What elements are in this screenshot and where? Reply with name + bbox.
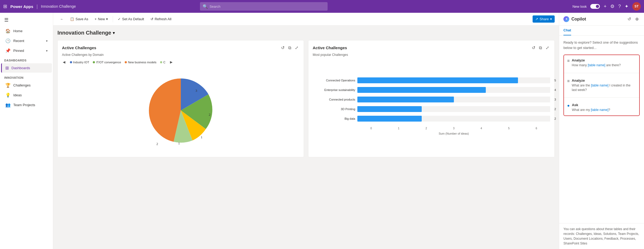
sidebar-item-label: Recent [13, 39, 24, 43]
sidebar: ☰ 🏠 Home 🕒 Recent ▾ 📌 Pinned ▾ Dashboard… [0, 13, 53, 249]
search-icon: 🔍 [203, 4, 208, 9]
save-as-label: Save As [76, 17, 88, 21]
legend-item-1: Industry IOT [70, 61, 89, 64]
svg-text:1: 1 [178, 141, 180, 145]
suggestion-2-link[interactable]: [table name] [591, 84, 608, 87]
legend-next-icon[interactable]: ► [169, 60, 173, 65]
add-icon[interactable]: + [604, 4, 607, 9]
back-button[interactable]: ← [57, 15, 66, 23]
bar-value-label: 4 [554, 88, 556, 92]
suggestion-divider-1 [564, 73, 639, 73]
suggestion-3-content: Ask What are my [table name]? [572, 103, 636, 112]
copilot-settings-button[interactable]: ⊕ [634, 16, 640, 22]
bar-label: 3D Printing [313, 107, 355, 111]
sidebar-item-label: Home [13, 29, 23, 33]
legend-item-3: New business models [125, 61, 156, 64]
legend-prev-icon[interactable]: ◄ [62, 60, 66, 65]
svg-text:1: 1 [201, 135, 203, 139]
copilot-body: Ready to explore? Select one of the sugg… [559, 36, 644, 223]
new-look-toggle[interactable] [590, 4, 600, 9]
pie-card-title: Active Challenges [62, 45, 96, 50]
legend-dot-2 [93, 61, 95, 63]
bar-value-label: 3 [554, 98, 556, 101]
save-as-button[interactable]: 📋 Save As [67, 15, 91, 23]
sidebar-item-recent[interactable]: 🕒 Recent ▾ [1, 36, 52, 45]
legend-dot-3 [125, 61, 127, 63]
copilot-logo: ✦ [563, 16, 569, 22]
new-chevron-icon: ▾ [106, 17, 108, 21]
bar-track: 5 [357, 77, 550, 83]
pie-expand-button[interactable]: ⤢ [294, 45, 299, 51]
sidebar-item-challenges[interactable]: 🏆 Challenges [1, 81, 52, 90]
axis-tick-1: 1 [385, 127, 413, 130]
content-area: ← 📋 Save As + New ▾ ✓ Set As Default ↺ R… [53, 13, 559, 249]
legend-dot-1 [70, 61, 72, 63]
legend-label-2: IT/OT convergence [96, 61, 121, 64]
pie-refresh-button[interactable]: ↺ [280, 45, 286, 51]
suggestion-2[interactable]: ≡ Analyze What are the [table name] I cr… [564, 75, 639, 96]
copilot-icon[interactable]: ✦ [625, 3, 629, 9]
bar-refresh-button[interactable]: ↺ [531, 45, 536, 51]
pie-copy-button[interactable]: ⧉ [287, 45, 292, 51]
svg-text:3: 3 [195, 89, 197, 93]
suggestion-3-link[interactable]: [table name] [591, 108, 608, 112]
svg-text:2: 2 [156, 142, 158, 145]
copilot-footer-text: You can ask questions about these tables… [563, 227, 639, 245]
copilot-header: ✦ Copilot ↺ ⊕ [559, 13, 644, 26]
suggestion-3-text: What are my [table name]? [572, 108, 636, 112]
bar-fill [357, 97, 454, 102]
suggestion-1-title: Analyze [572, 58, 636, 62]
new-button[interactable]: + New ▾ [92, 15, 111, 23]
suggestion-3[interactable]: ● Ask What are my [table name]? [564, 100, 639, 115]
legend-item-4: C [160, 61, 165, 64]
pie-card-subtitle: Active Challenges by Domain [62, 53, 299, 57]
page-header-chevron-icon[interactable]: ▾ [113, 30, 115, 35]
sidebar-item-label: Pinned [13, 49, 24, 53]
sidebar-item-dashboards[interactable]: ⊞ Dashboards [1, 63, 52, 73]
bar-fill [357, 106, 422, 112]
settings-icon[interactable]: ⚙ [610, 3, 614, 9]
copilot-tabs: Chat [559, 26, 644, 36]
legend-label-3: New business models [128, 61, 156, 64]
bar-expand-button[interactable]: ⤢ [545, 45, 550, 51]
suggestion-1[interactable]: ≡ Analyze How many [table name] are ther… [564, 55, 639, 71]
pie-chart-container: 3 2 1 1 2 [62, 68, 299, 153]
sidebar-item-team-projects[interactable]: 👥 Team Projects [1, 100, 52, 110]
bar-card-header: Active Challenges ↺ ⧉ ⤢ [313, 45, 550, 51]
toolbar: ← 📋 Save As + New ▾ ✓ Set As Default ↺ R… [53, 13, 559, 26]
new-label: New [98, 17, 105, 21]
sidebar-item-label: Ideas [13, 93, 22, 97]
sidebar-item-pinned[interactable]: 📌 Pinned ▾ [1, 46, 52, 55]
copilot-refresh-button[interactable]: ↺ [626, 16, 632, 22]
share-chevron-icon: ▾ [550, 17, 552, 21]
bar-row: Big data2 [313, 116, 550, 122]
grid-icon[interactable]: ⊞ [3, 3, 7, 9]
sidebar-item-label: Dashboards [11, 66, 30, 70]
sidebar-item-ideas[interactable]: 💡 Ideas [1, 90, 52, 100]
bar-rows: Connected Operations5Enterprise sustaina… [313, 77, 550, 125]
bar-copy-button[interactable]: ⧉ [538, 45, 543, 51]
suggestion-2-title: Analyze [572, 78, 636, 82]
sidebar-item-label: Team Projects [13, 103, 35, 107]
home-icon: 🏠 [5, 28, 11, 34]
set-default-button[interactable]: ✓ Set As Default [115, 15, 147, 23]
suggestion-3-title: Ask [572, 103, 636, 107]
share-button[interactable]: ↗ Share ▾ [533, 15, 555, 23]
pie-legend: ◄ Industry IOT IT/OT convergence New bus… [62, 60, 299, 65]
refresh-icon: ↺ [150, 17, 153, 21]
copilot-panel: ✦ Copilot ↺ ⊕ Chat Ready to explore? Sel… [559, 13, 644, 249]
search-input[interactable] [210, 5, 325, 9]
recent-icon: 🕒 [5, 38, 11, 43]
refresh-all-button[interactable]: ↺ Refresh All [148, 15, 174, 23]
bar-track: 2 [357, 116, 550, 122]
suggestion-1-link[interactable]: [table name] [588, 63, 605, 67]
avatar[interactable]: ST [632, 2, 641, 11]
axis-tick-4: 4 [467, 127, 495, 130]
hamburger-icon[interactable]: ☰ [0, 15, 53, 26]
suggestion-1-content: Analyze How many [table name] are there? [572, 58, 636, 68]
help-icon[interactable]: ? [618, 4, 621, 9]
sidebar-item-home[interactable]: 🏠 Home [1, 26, 52, 36]
refresh-all-label: Refresh All [155, 17, 172, 21]
copilot-tab-chat[interactable]: Chat [563, 26, 571, 35]
search-bar[interactable]: 🔍 [200, 2, 328, 11]
